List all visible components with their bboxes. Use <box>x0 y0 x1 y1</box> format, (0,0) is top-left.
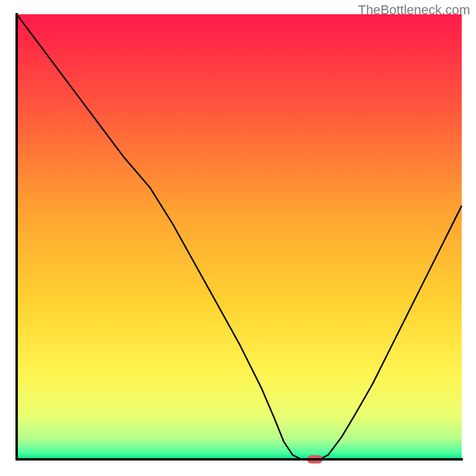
bottleneck-chart <box>12 12 464 464</box>
watermark-text: TheBottleneck.com <box>358 2 470 18</box>
gradient-background <box>17 14 462 459</box>
chart-svg <box>12 12 464 464</box>
